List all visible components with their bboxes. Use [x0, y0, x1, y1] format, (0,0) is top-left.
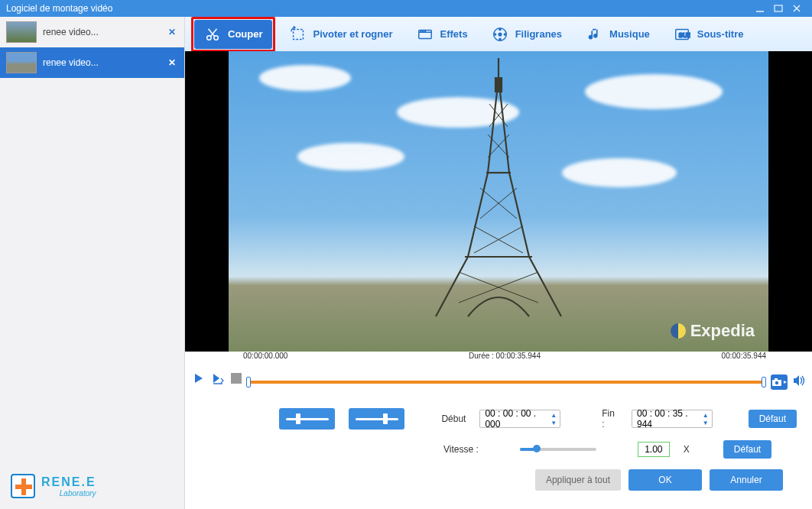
brand-logo: RENE.E Laboratory	[0, 466, 184, 509]
stepper-down-icon[interactable]: ▼	[701, 419, 710, 426]
tab-cut[interactable]: Couper	[194, 20, 272, 49]
file-thumbnail	[6, 52, 37, 73]
timeline-start-time: 00:00:00.000	[243, 352, 287, 360]
video-watermark: Expedia	[671, 321, 755, 341]
play-range-button[interactable]	[211, 371, 226, 386]
svg-point-16	[494, 33, 495, 34]
snapshot-button[interactable]	[771, 374, 788, 390]
tab-label: Filigranes	[515, 28, 562, 40]
music-icon	[585, 25, 603, 44]
file-close-icon[interactable]: ✕	[166, 57, 178, 68]
stepper-up-icon[interactable]: ▲	[549, 411, 558, 419]
play-button[interactable]	[191, 371, 206, 386]
start-time-input[interactable]: 00 : 00 : 00 . 000 ▲▼	[479, 410, 560, 428]
svg-text:SUB: SUB	[678, 31, 690, 38]
svg-point-15	[499, 38, 501, 40]
default-speed-button[interactable]: Défaut	[723, 440, 771, 459]
svg-point-14	[499, 28, 501, 30]
brand-cross-icon	[11, 474, 35, 498]
tab-subtitle[interactable]: SUB Sous-titre	[664, 20, 753, 49]
speed-label: Vitesse :	[443, 444, 479, 455]
speed-unit: X	[684, 444, 690, 455]
window-title: Logiciel de montage vidéo	[6, 3, 112, 14]
eiffel-tower-graphic	[414, 58, 583, 318]
apply-all-button[interactable]: Appliquer à tout	[535, 469, 621, 491]
cancel-button[interactable]: Annuler	[710, 469, 783, 491]
maximize-button[interactable]	[769, 2, 788, 15]
tab-watermark[interactable]: Filigranes	[482, 20, 571, 49]
set-end-button[interactable]	[349, 408, 404, 430]
tab-music[interactable]: Musique	[576, 20, 659, 49]
default-time-button[interactable]: Défaut	[749, 410, 797, 428]
svg-point-10	[422, 31, 423, 31]
speed-slider[interactable]	[520, 448, 596, 451]
stepper-down-icon[interactable]: ▼	[549, 419, 558, 426]
file-name: renee video...	[43, 57, 166, 68]
close-window-button[interactable]	[788, 2, 806, 15]
file-list-item[interactable]: renee video... ✕	[0, 47, 184, 78]
file-name: renee video...	[43, 27, 166, 37]
file-thumbnail	[6, 21, 37, 43]
start-label: Début	[441, 413, 466, 424]
tab-rotate-crop[interactable]: Pivoter et rogner	[280, 20, 402, 49]
timeline-end-time: 00:00:35.944	[722, 352, 766, 360]
cut-controls: Début 00 : 00 : 00 . 000 ▲▼ Fin : 00 : 0…	[185, 394, 812, 509]
tab-label: Couper	[228, 28, 263, 40]
stop-button[interactable]	[231, 373, 242, 384]
titlebar: Logiciel de montage vidéo	[0, 0, 812, 17]
brand-subtitle: Laboratory	[41, 489, 96, 498]
svg-point-9	[420, 31, 421, 31]
tab-label: Musique	[609, 28, 650, 40]
tab-label: Sous-titre	[697, 28, 744, 40]
video-preview: Expedia	[185, 51, 812, 352]
subtitle-icon: SUB	[673, 25, 691, 44]
effects-icon	[416, 25, 434, 44]
speed-slider-knob[interactable]	[533, 445, 541, 452]
set-start-button[interactable]	[279, 408, 335, 430]
tutorial-highlight: Couper	[191, 17, 275, 52]
tab-label: Pivoter et rogner	[313, 28, 393, 40]
expedia-logo-icon	[671, 323, 686, 339]
end-label: Fin :	[602, 408, 618, 430]
brand-name: RENE.E	[41, 475, 96, 489]
svg-rect-6	[293, 29, 303, 39]
stepper-up-icon[interactable]: ▲	[701, 411, 710, 419]
minimize-button[interactable]	[751, 2, 769, 15]
svg-rect-1	[775, 5, 782, 11]
range-end-handle[interactable]	[762, 377, 766, 387]
svg-point-11	[424, 31, 425, 31]
timeline-duration: Durée : 00:00:35.944	[469, 352, 541, 360]
svg-point-36	[775, 381, 778, 384]
file-list-item[interactable]: renee video... ✕	[0, 17, 184, 47]
rotate-crop-icon	[289, 25, 307, 44]
svg-point-13	[499, 33, 502, 36]
speed-value-input[interactable]	[638, 442, 670, 457]
volume-button[interactable]	[792, 374, 806, 390]
transport-bar	[185, 362, 812, 394]
file-sidebar: renee video... ✕ renee video... ✕ RENE.E…	[0, 17, 185, 509]
end-time-input[interactable]: 00 : 00 : 35 . 944 ▲▼	[632, 410, 713, 428]
tab-label: Effets	[440, 28, 468, 40]
watermark-icon	[491, 25, 509, 44]
file-close-icon[interactable]: ✕	[166, 27, 178, 37]
toolbar: Couper Pivoter et rogner Effets Filigr	[185, 17, 812, 51]
svg-point-17	[504, 33, 505, 34]
svg-rect-35	[775, 378, 778, 381]
ok-button[interactable]: OK	[628, 469, 702, 491]
tab-effects[interactable]: Effets	[407, 20, 477, 49]
timeline-track[interactable]	[246, 378, 766, 386]
range-start-handle[interactable]	[246, 377, 251, 387]
scissors-icon	[203, 25, 222, 44]
